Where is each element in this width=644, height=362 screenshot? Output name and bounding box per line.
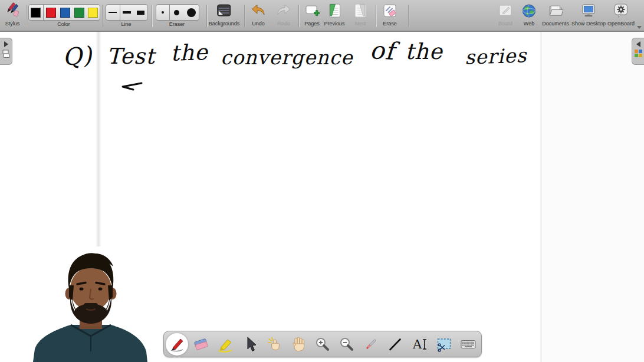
redo-button[interactable]: Redo: [276, 2, 291, 27]
page-navigator-icon: [2, 50, 9, 61]
web-globe-icon: [521, 2, 537, 19]
toolbar-collapse-arrow[interactable]: [637, 26, 642, 29]
redo-icon: [276, 2, 291, 19]
previous-page-icon: [326, 2, 343, 19]
color-swatch-yellow[interactable]: [86, 5, 100, 20]
color-swatch-green[interactable]: [72, 5, 86, 20]
presenter-webcam-video: [29, 246, 152, 362]
openboard-window: Stylus Color Line Eraser: [0, 0, 644, 362]
toolbar-separator: [206, 5, 207, 27]
undo-button[interactable]: Undo: [251, 2, 266, 27]
toolbar-separator: [298, 5, 299, 27]
handwriting-word: convergence: [221, 46, 353, 69]
toolbar-separator: [408, 5, 409, 27]
backgrounds-icon: [216, 2, 232, 19]
collapse-left-arrow-icon: [636, 41, 640, 47]
line-thick-button[interactable]: [133, 5, 147, 20]
eraser-small-button[interactable]: [156, 5, 170, 20]
undo-icon: [251, 2, 266, 19]
line-icon: [387, 336, 403, 353]
stylus-icon: [4, 2, 21, 19]
right-panel-tab[interactable]: [632, 38, 644, 65]
openboard-label: OpenBoard: [607, 21, 635, 27]
undo-label: Undo: [252, 21, 265, 27]
toolbar-separator: [376, 5, 376, 27]
backgrounds-button[interactable]: Backgrounds: [209, 2, 240, 27]
show-desktop-label: Show Desktop: [571, 21, 606, 27]
keyboard-icon: [459, 335, 477, 353]
web-label: Web: [524, 21, 534, 27]
openboard-settings-button[interactable]: OpenBoard: [607, 2, 635, 27]
handwriting-word: Test: [107, 44, 155, 69]
toolbar-separator: [152, 5, 152, 27]
handwriting-left-arrow-flourish: [118, 80, 144, 94]
line-medium-button[interactable]: [120, 5, 134, 20]
erase-label: Erase: [383, 21, 397, 27]
eraser-icon: [192, 335, 210, 353]
next-page-button[interactable]: Next: [352, 2, 369, 27]
interact-tool-button[interactable]: [263, 333, 285, 356]
color-label: Color: [57, 21, 70, 27]
selector-tool-button[interactable]: [239, 333, 261, 356]
line-group: [106, 4, 148, 21]
capture-tool-button[interactable]: [433, 333, 455, 356]
color-swatch-blue[interactable]: [58, 5, 73, 20]
hand-tool-button[interactable]: [287, 333, 310, 356]
laser-pointer-icon: [363, 336, 379, 353]
previous-page-label: Previous: [324, 21, 344, 27]
backgrounds-label: Backgrounds: [209, 21, 240, 27]
handwriting-word: series: [464, 44, 527, 69]
text-tool-button[interactable]: A: [409, 333, 431, 356]
capture-scissors-icon: [435, 335, 453, 353]
eraser-label: Eraser: [169, 21, 185, 27]
page-gutter: [543, 32, 644, 362]
highlighter-tool-button[interactable]: [214, 333, 236, 356]
zoom-in-icon: [314, 336, 331, 353]
expand-right-arrow-icon: [4, 41, 8, 47]
text-tool-icon: A: [411, 335, 429, 353]
open-hand-icon: [290, 335, 307, 353]
left-panel-tab[interactable]: [0, 38, 12, 65]
redo-label: Redo: [277, 21, 290, 27]
show-desktop-button[interactable]: Show Desktop: [571, 2, 606, 27]
next-page-icon: [352, 2, 369, 19]
board-icon: [497, 2, 514, 19]
pen-tool-button[interactable]: [166, 333, 188, 356]
board-label: Board: [498, 21, 512, 27]
handwriting-word: the: [405, 39, 443, 64]
show-desktop-monitor-icon: [580, 2, 597, 19]
line-thin-button[interactable]: [106, 5, 120, 20]
cursor-arrow-icon: [242, 336, 258, 353]
bottom-tool-dock: A: [163, 331, 482, 357]
web-mode-button[interactable]: Web: [521, 2, 537, 27]
pages-label: Pages: [304, 21, 320, 27]
virtual-keyboard-tool-button[interactable]: [457, 333, 479, 356]
zoom-in-tool-button[interactable]: [311, 333, 334, 356]
pages-button[interactable]: Pages: [304, 2, 320, 27]
color-swatch-black[interactable]: [29, 5, 44, 20]
highlighter-icon: [216, 335, 234, 353]
line-tool-button[interactable]: [384, 333, 406, 356]
toolbar-separator: [244, 5, 245, 27]
top-toolbar: Stylus Color Line Eraser: [0, 0, 644, 32]
previous-page-button[interactable]: Previous: [324, 2, 344, 27]
stylus-button[interactable]: Stylus: [4, 2, 21, 27]
zoom-out-tool-button[interactable]: [336, 333, 358, 356]
eraser-tool-button[interactable]: [190, 333, 212, 356]
documents-folder-icon: [547, 2, 564, 19]
toolbar-separator: [26, 5, 27, 27]
stylus-label: Stylus: [5, 21, 20, 27]
laser-pointer-tool-button[interactable]: [360, 333, 382, 356]
eraser-medium-button[interactable]: [170, 5, 184, 20]
color-swatch-red[interactable]: [44, 5, 58, 20]
eraser-large-button[interactable]: [183, 5, 199, 20]
board-mode-button[interactable]: Board: [497, 2, 514, 27]
svg-text:A: A: [412, 337, 422, 351]
erase-button[interactable]: Erase: [382, 2, 398, 27]
zoom-out-icon: [339, 336, 355, 353]
color-group: [28, 4, 100, 21]
documents-mode-button[interactable]: Documents: [542, 2, 569, 27]
pen-icon: [168, 335, 186, 353]
line-label: Line: [121, 21, 131, 27]
handwriting-word: of: [369, 36, 395, 65]
